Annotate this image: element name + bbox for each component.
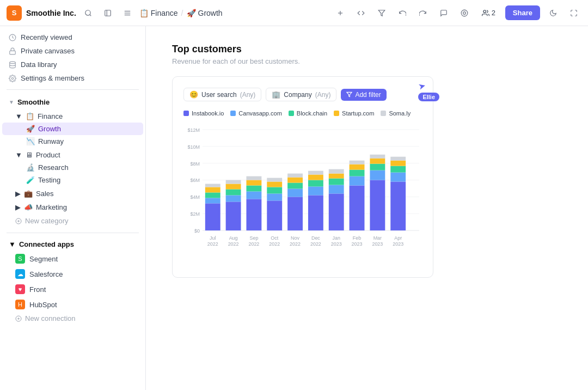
sidebar-group-smoothie-header[interactable]: ▼ Smoothie: [2, 95, 143, 109]
sidebar-category-product-header[interactable]: ▼ 🖥 Product: [2, 149, 143, 161]
chevron-right-icon-sales: ▶: [15, 190, 21, 198]
svg-rect-60: [308, 195, 323, 230]
company-label: Company: [284, 91, 311, 99]
apps-button[interactable]: [457, 5, 472, 21]
legend-label-blockchain: Block.chain: [297, 110, 327, 117]
svg-text:Feb: Feb: [353, 235, 361, 241]
chevron-down-icon-connected: ▼: [9, 240, 16, 248]
growth-emoji: 🚀: [187, 9, 196, 17]
marketing-label: Marketing: [36, 203, 67, 211]
sidebar-item-settings[interactable]: Settings & members: [2, 71, 143, 85]
user-search-value: (Any): [240, 91, 256, 99]
svg-text:2022: 2022: [228, 241, 239, 247]
sidebar-category-sales: ▶ 💼 Sales: [0, 187, 145, 200]
sidebar-item-front[interactable]: ♥ Front: [2, 282, 143, 297]
svg-rect-61: [308, 186, 323, 195]
share-button[interactable]: Share: [505, 5, 540, 20]
segment-icon: S: [15, 254, 25, 264]
theme-toggle-button[interactable]: [546, 5, 561, 21]
svg-rect-76: [370, 170, 385, 180]
sidebar-item-salesforce[interactable]: ☁ Salesforce: [2, 266, 143, 282]
svg-text:$8M: $8M: [190, 161, 199, 167]
sidebar-category-sales-header[interactable]: ▶ 💼 Sales: [2, 187, 143, 200]
svg-text:2023: 2023: [352, 241, 363, 247]
svg-rect-64: [308, 171, 323, 175]
legend-item-soma: Soma.ly: [381, 110, 411, 117]
svg-point-18: [11, 77, 14, 80]
sidebar-item-private-canvases[interactable]: Private canvases: [2, 44, 143, 58]
sidebar-category-marketing: ▶ 📣 Marketing: [0, 201, 145, 214]
user-search-emoji: 😊: [189, 90, 198, 99]
svg-text:2022: 2022: [310, 241, 321, 247]
breadcrumb-finance-label: Finance: [151, 9, 178, 17]
svg-rect-72: [350, 170, 365, 176]
users-button[interactable]: 2: [477, 7, 500, 19]
bar-jul-soma: [205, 184, 220, 187]
company-filter[interactable]: 🏢 Company (Any): [266, 88, 336, 101]
sidebar-item-hubspot[interactable]: H HubSpot: [2, 297, 143, 312]
connected-apps-label: Connected apps: [19, 240, 74, 248]
comment-button[interactable]: [436, 5, 451, 21]
svg-point-11: [463, 11, 465, 14]
undo-button[interactable]: [395, 5, 410, 21]
sidebar-item-runway[interactable]: 📉 Runway: [2, 135, 143, 148]
bar-jul-blockchain: [205, 192, 220, 198]
sidebar-item-segment[interactable]: S Segment: [2, 251, 143, 266]
svg-rect-55: [287, 197, 303, 230]
svg-rect-71: [350, 176, 365, 186]
fullscreen-button[interactable]: [566, 5, 581, 21]
legend-dot-startup: [334, 111, 339, 116]
svg-text:$4M: $4M: [190, 194, 199, 200]
svg-text:$6M: $6M: [190, 178, 199, 184]
user-search-filter[interactable]: 😊 User search (Any): [183, 88, 261, 101]
breadcrumb-growth[interactable]: 🚀 Growth: [187, 9, 223, 17]
sidebar-category-marketing-header[interactable]: ▶ 📣 Marketing: [2, 201, 143, 214]
chart-card: 😊 User search (Any) 🏢 Company (Any) Add …: [172, 76, 433, 278]
user-search-label: User search: [201, 91, 237, 99]
legend-label-soma: Soma.ly: [389, 110, 411, 117]
svg-rect-49: [246, 176, 261, 180]
new-category-label: New category: [25, 217, 68, 225]
sidebar-category-finance: ▼ 📋 Finance 🚀 Growth 📉 Runway: [0, 110, 145, 148]
svg-point-10: [461, 10, 468, 16]
add-filter-button[interactable]: Add filter: [341, 89, 386, 101]
app-name: Smoothie Inc.: [26, 9, 76, 17]
sidebar-item-data-library[interactable]: Data library: [2, 58, 143, 71]
svg-rect-59: [287, 174, 303, 178]
code-button[interactable]: [353, 5, 369, 21]
svg-text:$10M: $10M: [188, 144, 200, 150]
new-category-button[interactable]: New category: [2, 215, 143, 227]
user-count: 2: [492, 9, 495, 17]
growth-label: Growth: [38, 125, 61, 133]
connected-apps-header[interactable]: ▼ Connected apps: [2, 237, 143, 251]
company-emoji: 🏢: [272, 90, 280, 99]
add-filter-label: Add filter: [355, 91, 381, 99]
sidebar-category-finance-header[interactable]: ▼ 📋 Finance: [2, 110, 143, 123]
svg-text:$0: $0: [194, 228, 200, 234]
filter-button[interactable]: [374, 5, 389, 21]
sidebar-item-testing[interactable]: 🧪 Testing: [2, 174, 143, 186]
breadcrumb-finance[interactable]: 📋 Finance: [139, 9, 178, 17]
sidebar-item-recently-viewed[interactable]: Recently viewed: [2, 31, 143, 44]
redo-button[interactable]: [415, 5, 431, 21]
new-connection-button[interactable]: New connection: [2, 312, 143, 325]
chevron-down-icon-finance: ▼: [15, 112, 22, 120]
svg-rect-84: [390, 157, 406, 161]
growth-icon: 🚀: [26, 125, 35, 133]
sidebar-toggle-button[interactable]: [100, 5, 115, 21]
svg-line-1: [90, 14, 91, 16]
svg-text:2023: 2023: [372, 241, 383, 247]
research-label: Research: [38, 163, 69, 172]
svg-text:Sep: Sep: [249, 235, 258, 241]
svg-marker-25: [347, 92, 352, 96]
sidebar-item-growth[interactable]: 🚀 Growth: [2, 123, 143, 135]
sidebar-item-research[interactable]: 🔬 Research: [2, 161, 143, 174]
search-button[interactable]: [81, 5, 96, 21]
svg-text:Jul: Jul: [210, 235, 216, 241]
svg-marker-9: [378, 10, 385, 16]
breadcrumb-divider: /: [181, 9, 183, 17]
legend-label-instabook: Instabook.io: [192, 110, 224, 117]
add-button[interactable]: [333, 5, 348, 21]
menu-button[interactable]: [120, 5, 135, 21]
svg-rect-58: [287, 178, 303, 183]
